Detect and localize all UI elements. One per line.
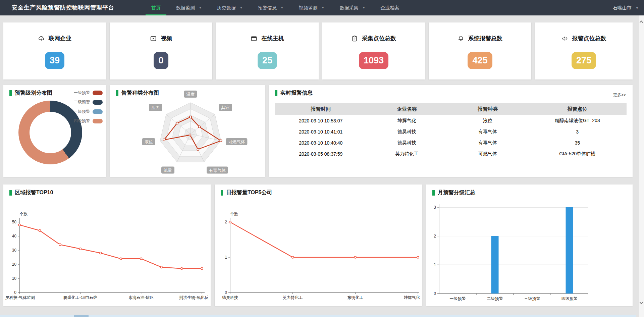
panel-title-text: 预警级别分布图: [15, 90, 52, 97]
nav-item-0[interactable]: 首页: [144, 0, 168, 15]
donut-legend: 一级预警二级预警三级预警四级预警: [74, 90, 103, 124]
stat-card-label: 系统报警总数: [468, 35, 502, 42]
panel-monthly-warning-summary: 月预警分级汇总 0123一级预警二级预警三级预警四级预警: [426, 184, 633, 306]
chevron-down-icon: ▼: [363, 6, 365, 9]
alarm-table: 报警时间企业名称报警种类报警点位2020-03-10 10:53:07坤辉气化液…: [275, 103, 627, 159]
next-section-peek: [0, 315, 636, 317]
alarm-table-header-cell: 企业名称: [366, 106, 447, 112]
video-icon: [150, 35, 157, 42]
title-marker: [275, 90, 277, 96]
alarm-table-header-cell: 报警点位: [528, 106, 627, 112]
svg-text:50: 50: [12, 220, 17, 224]
nav-menu: 首页数据监测▼历史数据▼预警信息▼视频监测▼数据采集▼企业档案: [144, 0, 407, 15]
alarm-table-cell: 3: [528, 129, 627, 135]
svg-text:一级预警: 一级预警: [450, 296, 466, 301]
speaker-icon: [561, 35, 568, 42]
svg-text:温度: 温度: [186, 92, 195, 97]
radar-axis-label: 有毒气体: [207, 167, 228, 174]
bell-icon: [458, 35, 464, 42]
legend-label: 四级预警: [74, 118, 90, 124]
panel-daily-alarm-top5: 日报警量TOP5公司 012个数德昊科技英力特化工东明化工坤辉气化: [215, 184, 422, 306]
alarm-table-row: 2020-03-10 10:41:01德昊科技有毒气体3: [275, 126, 627, 137]
nav-item-1[interactable]: 数据监测▼: [168, 0, 209, 15]
page-scrollbar[interactable]: [638, 15, 644, 317]
scroll-up-icon[interactable]: [639, 20, 643, 23]
svg-text:鹏盛化工-1#电石炉: 鹏盛化工-1#电石炉: [63, 295, 97, 300]
nav-item-5[interactable]: 数据采集▼: [332, 0, 373, 15]
stat-card-label: 在线主机: [261, 35, 284, 42]
scroll-down-icon[interactable]: [639, 301, 643, 305]
svg-text:0: 0: [14, 290, 16, 295]
stat-card-label: 报警点位总数: [572, 35, 606, 42]
stat-card-0: 联网企业39: [3, 22, 106, 80]
radar-axis-label: 可燃气体: [226, 138, 247, 145]
monitor-icon: [251, 35, 257, 42]
monthly-summary-bar-chart: 0123一级预警二级预警三级预警四级预警: [426, 184, 633, 306]
nav-item-3[interactable]: 预警信息▼: [250, 0, 291, 15]
alarm-table-cell: 有毒气体: [447, 140, 528, 146]
stat-card-header: 在线主机: [216, 35, 319, 42]
nav-item-label: 首页: [151, 5, 161, 10]
nav-item-2[interactable]: 历史数据▼: [209, 0, 250, 15]
svg-text:东明化工: 东明化工: [347, 295, 363, 300]
svg-text:有毒气体: 有毒气体: [209, 168, 226, 173]
svg-text:荆洪生物-氧化反: 荆洪生物-氧化反: [179, 295, 209, 300]
alarm-type-radar-chart: 温度其它可燃气体有毒气体流量液位压力: [110, 85, 265, 177]
alarm-table-cell: 2020-03-10 10:53:07: [275, 118, 366, 123]
alarm-table-cell: 有毒气体: [447, 129, 528, 135]
stat-card-3: 采集点位总数1093: [322, 22, 425, 80]
radar-axis-label: 压力: [149, 104, 162, 111]
stat-card-value-badge: 25: [258, 52, 277, 69]
panel-warning-level-distribution: 预警级别分布图 一级预警二级预警三级预警四级预警: [3, 85, 106, 177]
alarm-table-cell: 坤辉气化: [366, 118, 447, 124]
legend-label: 一级预警: [74, 90, 90, 96]
nav-item-label: 历史数据: [217, 5, 236, 10]
title-marker: [9, 90, 12, 96]
alarm-table-cell: 2020-03-10 10:41:01: [275, 129, 366, 135]
svg-text:昊科技-气体监测: 昊科技-气体监测: [5, 295, 35, 300]
bar-二级预警: [491, 236, 499, 294]
panel-title-text: 实时报警信息: [280, 90, 313, 97]
daily-top5-line-chart: 012个数德昊科技英力特化工东明化工坤辉气化: [215, 184, 422, 306]
svg-text:20: 20: [12, 262, 17, 267]
alarm-table-row: 2020-03-10 10:40:40德昊科技有毒气体35: [275, 137, 627, 148]
svg-text:2: 2: [434, 234, 436, 239]
stat-card-value-badge: 425: [468, 52, 492, 69]
svg-text:2: 2: [225, 220, 227, 224]
svg-text:40: 40: [12, 234, 17, 239]
svg-text:1: 1: [434, 262, 436, 267]
alarm-table-header: 报警时间企业名称报警种类报警点位: [275, 103, 627, 115]
region-selector[interactable]: 石嘴山市▼: [613, 0, 639, 16]
nav-item-4[interactable]: 视频监测▼: [291, 0, 332, 15]
svg-text:三级预警: 三级预警: [524, 296, 540, 301]
panel-title: 实时报警信息: [275, 90, 313, 97]
legend-swatch: [93, 100, 103, 105]
stat-card-header: 联网企业: [3, 35, 106, 42]
alarm-table-row: 2020-03-10 10:53:07坤辉气化液位精醇南罐液位GT_203: [275, 115, 627, 126]
svg-text:其它: 其它: [221, 105, 230, 110]
stat-card-label: 视频: [161, 35, 172, 42]
next-section-peek-accent: [74, 315, 89, 317]
svg-text:永润石油-罐区: 永润石油-罐区: [128, 295, 154, 300]
warning-level-donut-chart: [18, 101, 82, 164]
alarm-table-cell: 液位: [447, 118, 528, 124]
clipboard-icon: [351, 35, 358, 42]
nav-item-6[interactable]: 企业档案: [373, 0, 407, 15]
legend-item[interactable]: 三级预警: [74, 109, 103, 114]
legend-swatch: [93, 119, 103, 123]
svg-text:1: 1: [225, 255, 227, 260]
legend-item[interactable]: 一级预警: [74, 90, 103, 96]
svg-text:可燃气体: 可燃气体: [228, 140, 245, 144]
alarm-table-cell: 德昊科技: [366, 140, 447, 146]
legend-item[interactable]: 四级预警: [74, 118, 103, 124]
svg-text:10: 10: [12, 276, 17, 281]
chevron-down-icon: ▼: [636, 6, 639, 10]
alarm-table-cell: 35: [528, 140, 627, 146]
legend-item[interactable]: 二级预警: [74, 99, 103, 105]
svg-text:四级预警: 四级预警: [561, 296, 578, 301]
chevron-down-icon: ▼: [322, 6, 324, 9]
alarm-table-cell: 可燃气体: [447, 151, 528, 157]
legend-label: 三级预警: [74, 109, 90, 114]
panel-region-alarm-top10: 区域报警TOP10 01020304050个数昊科技-气体监测鹏盛化工-1#电石…: [3, 184, 211, 306]
more-link[interactable]: 更多>>: [613, 92, 626, 98]
